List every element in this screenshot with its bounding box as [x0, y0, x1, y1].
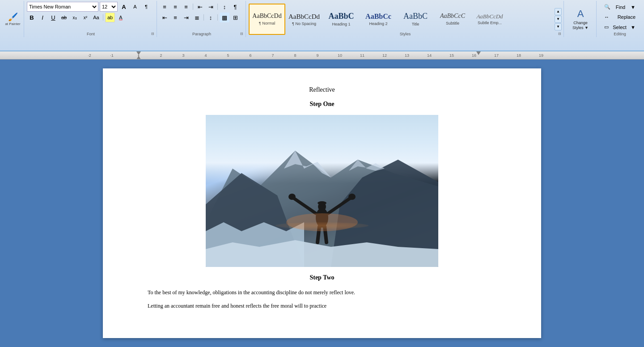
para-row1: ≡ ≡ ≡ ⇤ ⇥ ↕ ¶ [160, 2, 240, 12]
svg-text:15: 15 [449, 53, 454, 58]
font-group-label: Font [25, 32, 157, 36]
para-group-collapse[interactable]: ⊟ [240, 32, 245, 36]
svg-text:19: 19 [539, 53, 543, 58]
svg-text:17: 17 [494, 53, 499, 58]
font-family-select[interactable]: Times New Roman [27, 2, 98, 12]
style-heading1-preview: AaBbC [328, 12, 354, 21]
paragraph-1: To the best of my knowledge, obligations… [148, 288, 496, 296]
gallery-scroll-down[interactable]: ▼ [555, 16, 562, 23]
select-button[interactable]: ▭ Select ▼ [602, 23, 638, 31]
find-button[interactable]: 🔍 Find ▼ [602, 3, 638, 11]
change-styles-button[interactable]: A ChangeStyles ▼ [567, 4, 594, 35]
ribbon-main: 🖌️ at Painter Times New Roman 12 A A ¶ [0, 0, 644, 38]
superscript-button[interactable]: x² [80, 13, 90, 22]
styles-group-collapse[interactable]: ⊟ [558, 32, 563, 36]
style-title[interactable]: AaBbC Title [397, 4, 434, 35]
ribbon: 🖌️ at Painter Times New Roman 12 A A ¶ [0, 0, 644, 51]
replace-label: Replace [618, 14, 636, 20]
svg-text:5: 5 [227, 53, 229, 58]
editing-buttons: 🔍 Find ▼ ↔ Replace ▭ Select ▼ [599, 2, 640, 32]
borders-button[interactable]: ⊞ [230, 13, 240, 22]
align-center-button[interactable]: ≡ [170, 13, 180, 22]
separator4 [203, 14, 204, 21]
underline-button[interactable]: U [48, 13, 58, 22]
align-right-button[interactable]: ⇥ [181, 13, 191, 22]
paragraph-2: Letting an accountant remain free and ho… [148, 302, 496, 310]
style-subtitle[interactable]: AaBbCcC Subtitle [434, 4, 471, 35]
sort-button[interactable]: ↕ [220, 2, 229, 12]
line-spacing-button[interactable]: ↕ [206, 13, 216, 22]
change-case-button[interactable]: Aa [91, 13, 101, 22]
style-normal[interactable]: AaBbCcDd ¶ Normal [249, 4, 285, 35]
svg-rect-0 [0, 51, 644, 59]
replace-icon: ↔ [604, 14, 609, 20]
font-row1: Times New Roman 12 A A ¶ [27, 2, 151, 12]
styles-group-label: Styles [247, 32, 564, 36]
style-subtitle-label: Subtitle [446, 21, 459, 25]
svg-text:·2: ·2 [88, 53, 91, 58]
clear-format-button[interactable]: ¶ [141, 2, 151, 12]
replace-button[interactable]: ↔ Replace [602, 13, 638, 21]
para-group-content: ≡ ≡ ≡ ⇤ ⇥ ↕ ¶ ⇤ ≡ ⇥ ≣ ↕ [160, 2, 244, 22]
select-icon: ▭ [604, 24, 609, 30]
gallery-more[interactable]: ▼ [555, 23, 562, 30]
font-group: Times New Roman 12 A A ¶ B I U ab x₂ x² [25, 1, 157, 37]
italic-button[interactable]: I [38, 13, 47, 22]
separator2 [193, 4, 193, 10]
svg-text:6: 6 [249, 53, 251, 58]
select-chevron: ▼ [631, 25, 636, 30]
show-all-button[interactable]: ¶ [230, 2, 240, 12]
style-subtle-label: Subtle Emp... [478, 21, 502, 25]
style-title-label: Title [412, 22, 419, 26]
gallery-scroll-up[interactable]: ▲ [555, 8, 562, 15]
font-group-collapse[interactable]: ⊟ [151, 32, 156, 36]
subscript-button[interactable]: x₂ [70, 13, 80, 22]
align-left-button[interactable]: ⇤ [160, 13, 169, 22]
style-no-spacing[interactable]: AaBbCcDd ¶ No Spacing [286, 4, 322, 35]
font-group-content: Times New Roman 12 A A ¶ B I U ab x₂ x² [27, 2, 155, 22]
shrink-font-button[interactable]: A [130, 2, 140, 12]
styles-group: AaBbCcDd ¶ Normal AaBbCcDd ¶ No Spacing … [247, 1, 564, 37]
styles-gallery: AaBbCcDd ¶ Normal AaBbCcDd ¶ No Spacing … [249, 4, 554, 35]
style-normal-label: ¶ Normal [259, 21, 275, 25]
svg-text:2: 2 [160, 53, 162, 58]
svg-text:·1: ·1 [110, 53, 114, 58]
document-page: Reflective Step One [103, 68, 541, 338]
decrease-indent-button[interactable]: ⇤ [195, 2, 205, 12]
step-one-heading: Step One [148, 101, 496, 108]
format-painter-label: at Painter [5, 22, 20, 26]
svg-text:4: 4 [204, 53, 207, 58]
svg-text:11: 11 [360, 53, 364, 58]
grow-font-button[interactable]: A [119, 2, 129, 12]
style-no-spacing-label: ¶ No Spacing [292, 21, 316, 26]
font-color-button[interactable]: A [116, 13, 126, 22]
style-heading2-preview: AaBbCc [365, 12, 391, 21]
svg-point-34 [288, 194, 296, 200]
bullets-button[interactable]: ≡ [160, 2, 169, 12]
strikethrough-button[interactable]: ab [59, 13, 69, 22]
highlight-button[interactable]: ab [105, 13, 115, 22]
bold-button[interactable]: B [27, 13, 37, 22]
gallery-scroll: ▲ ▼ ▼ [555, 8, 562, 30]
svg-text:7: 7 [271, 53, 274, 58]
paint-brush-icon: 🖌️ [8, 12, 18, 22]
justify-button[interactable]: ≣ [192, 13, 202, 22]
style-subtle-emphasis[interactable]: AaBbCcDd Subtle Emp... [471, 4, 508, 35]
numbering-button[interactable]: ≡ [170, 2, 180, 12]
para-row2: ⇤ ≡ ⇥ ≣ ↕ ▩ ⊞ [160, 13, 240, 22]
change-styles-label: ChangeStyles ▼ [572, 21, 589, 30]
shading-button[interactable]: ▩ [220, 13, 229, 22]
svg-text:8: 8 [294, 53, 296, 58]
svg-point-35 [348, 194, 356, 200]
step-two-heading: Step Two [148, 274, 496, 281]
style-heading1[interactable]: AaBbC Heading 1 [323, 4, 360, 35]
multilevel-button[interactable]: ≡ [181, 2, 191, 12]
increase-indent-button[interactable]: ⇥ [206, 2, 216, 12]
document-area: Reflective Step One [0, 59, 644, 347]
horizon-glow [275, 222, 369, 229]
style-subtle-preview: AaBbCcDd [476, 13, 503, 20]
style-heading2[interactable]: AaBbCc Heading 2 [360, 4, 397, 35]
format-painter[interactable]: 🖌️ at Painter [2, 1, 24, 37]
font-size-select[interactable]: 12 [100, 2, 118, 12]
font-row2: B I U ab x₂ x² Aa ab A [27, 13, 151, 22]
